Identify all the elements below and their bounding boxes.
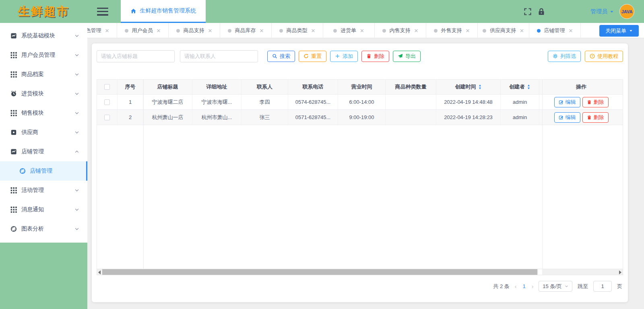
sidebar-item[interactable]: 系统基础模块: [0, 26, 87, 45]
close-menu-button[interactable]: 关闭菜单: [599, 25, 639, 37]
tab-label: 店铺管理: [544, 27, 565, 34]
column-filter-button[interactable]: 列筛选: [548, 51, 581, 62]
search-button[interactable]: 搜索: [267, 51, 295, 62]
sidebar-subitem[interactable]: 店铺管理: [0, 161, 87, 181]
sidebar-item[interactable]: 商品档案: [0, 65, 87, 84]
select-all-checkbox[interactable]: [104, 84, 110, 90]
chevron-down-icon: [74, 111, 79, 115]
open-tab[interactable]: 商品库存✕: [220, 23, 272, 38]
shop-title-input[interactable]: [97, 50, 175, 62]
scrollbar-thumb[interactable]: [102, 269, 537, 275]
row-delete-button[interactable]: 删除: [582, 112, 609, 123]
reset-button[interactable]: 重置: [299, 51, 326, 62]
open-tab[interactable]: 商品类型✕: [272, 23, 323, 38]
open-tab[interactable]: 店铺管理✕: [529, 23, 581, 38]
cell-address: 杭州市萧山...: [192, 110, 242, 125]
open-tab[interactable]: 商品支持✕: [169, 23, 220, 38]
caret-down-icon: [610, 10, 614, 14]
hamburger-menu-icon[interactable]: [97, 8, 108, 16]
sidebar-item[interactable]: 进货模块: [0, 84, 87, 103]
row-edit-button[interactable]: 编辑: [554, 97, 580, 107]
cell-created: 2022-04-19 14:28:23: [436, 110, 501, 125]
scroll-left-arrow-icon[interactable]: [98, 270, 101, 274]
button-label: 编辑: [566, 114, 576, 121]
row-actions-cell: 编辑删除: [539, 110, 623, 125]
close-icon[interactable]: ✕: [466, 28, 470, 33]
open-tab[interactable]: 供应商支持✕: [478, 23, 529, 38]
tab-label: 外售支持: [441, 27, 462, 34]
button-label: 搜索: [280, 53, 290, 60]
prev-page-button[interactable]: ‹: [515, 283, 517, 290]
sidebar-item[interactable]: 销售模块: [0, 103, 87, 123]
cell-index: 1: [118, 95, 143, 109]
delete-button[interactable]: 删除: [361, 51, 389, 62]
sidebar-item[interactable]: 图表分析: [0, 219, 87, 239]
close-icon[interactable]: ✕: [105, 28, 109, 33]
row-checkbox[interactable]: [104, 99, 110, 105]
add-button[interactable]: 添加: [330, 51, 358, 62]
open-tab[interactable]: 进货单✕: [323, 23, 375, 38]
open-tab[interactable]: 角色管理✕: [87, 23, 117, 38]
page-number[interactable]: 1: [522, 283, 526, 289]
export-button[interactable]: 导出: [393, 51, 421, 62]
column-header: 详细地址: [192, 80, 242, 94]
tab-dot-icon: [483, 29, 486, 33]
refresh-icon: [303, 54, 309, 59]
sidebar-item-label: 店铺管理: [21, 148, 44, 155]
close-icon[interactable]: ✕: [208, 28, 213, 33]
close-icon[interactable]: ✕: [414, 28, 419, 33]
column-header-label: 操作: [576, 83, 586, 91]
sidebar-item[interactable]: 用户会员管理: [0, 45, 87, 65]
horizontal-scrollbar[interactable]: [97, 269, 623, 275]
column-header-label: 创建者: [509, 83, 525, 91]
close-icon[interactable]: ✕: [360, 28, 364, 33]
close-icon[interactable]: ✕: [260, 28, 264, 33]
grid-icon: [10, 52, 17, 58]
tutorial-button[interactable]: ?使用教程: [585, 51, 623, 62]
scroll-right-arrow-icon[interactable]: [619, 270, 621, 274]
sidebar-item[interactable]: 活动管理: [0, 181, 87, 200]
tab-label: 进货单: [341, 27, 356, 34]
row-edit-button[interactable]: 编辑: [554, 112, 580, 123]
open-tab[interactable]: 外售支持✕: [426, 23, 478, 38]
open-tab[interactable]: 用户会员✕: [117, 23, 169, 38]
content-area: 搜索重置添加删除导出 列筛选?使用教程 序号店铺标题详细地址联系人联系电话营业时…: [87, 38, 644, 309]
page-size-select[interactable]: 15 条/页: [539, 281, 572, 292]
sort-icon[interactable]: [527, 84, 530, 89]
close-icon[interactable]: ✕: [311, 28, 316, 33]
edit-icon: [559, 100, 564, 105]
lock-icon[interactable]: [537, 8, 545, 16]
close-icon[interactable]: ✕: [569, 28, 573, 33]
cell-created: 2022-04-19 14:48:48: [436, 95, 501, 109]
sidebar-item[interactable]: 消息通知: [0, 200, 87, 219]
row-checkbox[interactable]: [104, 115, 110, 120]
workspace-tab[interactable]: 生鲜超市销售管理系统: [121, 0, 206, 23]
open-tab[interactable]: 内售支持✕: [375, 23, 426, 38]
grid-icon: [10, 187, 17, 194]
table: 序号店铺标题详细地址联系人联系电话营业时间商品种类数量创建时间创建者操作 1宁波…: [97, 79, 623, 275]
tab-label: 商品库存: [235, 27, 256, 34]
dashboard-icon: [19, 168, 26, 174]
sidebar-item-label: 活动管理: [21, 187, 44, 194]
column-header: 序号: [118, 80, 143, 94]
sidebar-item[interactable]: 店铺管理: [0, 142, 87, 161]
cell-title: 宁波海曙二店: [143, 95, 192, 109]
button-label: 使用教程: [597, 53, 618, 60]
next-page-button[interactable]: ›: [532, 283, 534, 290]
content-card: 搜索重置添加删除导出 列筛选?使用教程 序号店铺标题详细地址联系人联系电话营业时…: [92, 43, 628, 302]
close-icon[interactable]: ✕: [520, 28, 524, 33]
fullscreen-icon[interactable]: [524, 8, 532, 16]
close-icon[interactable]: ✕: [157, 28, 161, 33]
contact-input[interactable]: [180, 50, 258, 62]
open-tabs-bar: 角色管理✕用户会员✕商品支持✕商品库存✕商品类型✕进货单✕内售支持✕外售支持✕供…: [87, 23, 644, 38]
chart-check-icon: [10, 33, 17, 39]
brand-logo: 生鲜超市: [0, 0, 87, 23]
sidebar-item[interactable]: 供应商: [0, 123, 87, 142]
avatar[interactable]: JAVA: [619, 4, 634, 19]
edit-icon: [559, 115, 564, 120]
chevron-down-icon: [74, 188, 79, 193]
user-menu[interactable]: 管理员: [590, 8, 614, 15]
jump-page-input[interactable]: [593, 281, 612, 292]
row-delete-button[interactable]: 删除: [582, 97, 609, 107]
sort-icon[interactable]: [478, 84, 482, 89]
